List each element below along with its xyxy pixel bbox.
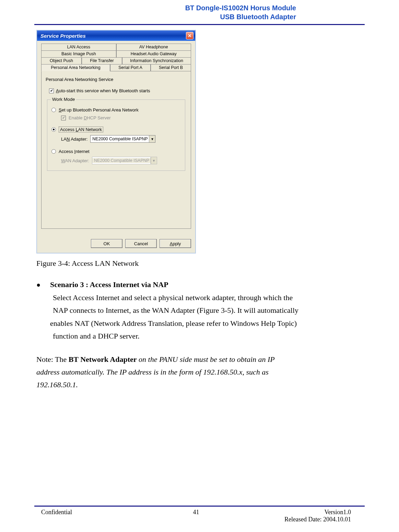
radio-access-lan-row: Access LAN Network xyxy=(51,127,181,132)
radio-setup-pan-row: Set up Bluetooth Personal Area Network xyxy=(51,107,181,113)
workmode-legend: Work Mode xyxy=(51,97,76,102)
wan-adapter-dropdown: NE2000 Compatible ISAPNP E ▼ xyxy=(92,157,157,164)
autostart-row: ✔ Auto-start this service when My Blueto… xyxy=(49,88,187,93)
footer-rule xyxy=(34,506,365,507)
scenario-line3: enables NAT (Network Address Translation… xyxy=(50,317,365,330)
tab-lan-access[interactable]: LAN Access xyxy=(41,44,116,50)
radio-access-internet[interactable] xyxy=(51,149,56,154)
dialog-titlebar: Service Properties ✕ xyxy=(37,31,195,41)
note-prefix: Note: The xyxy=(36,355,69,364)
radio-access-internet-label: Access Internet xyxy=(59,149,90,154)
scenario-block: ● Scenario 3 : Access Internet via NAP S… xyxy=(36,278,365,343)
radio-setup-pan[interactable] xyxy=(51,108,56,112)
wan-adapter-label: WAN Adapter: xyxy=(61,158,89,163)
tab-panel: Personal Area Networking Service ✔ Auto-… xyxy=(41,71,191,229)
lan-adapter-row: LAN Adapter: NE2000 Compatible ISAPNP E … xyxy=(61,135,181,143)
tab-personal-area-networking[interactable]: Personal Area Networking xyxy=(41,64,110,71)
lan-adapter-label: LAN Adapter: xyxy=(61,137,87,142)
page-footer: Confidential 41 Version1.0 Released Date… xyxy=(34,506,365,523)
tabs: LAN Access AV Headphone Basic Image Push… xyxy=(41,44,191,229)
note-block: Note: The BT Network Adapter on the PANU… xyxy=(36,353,365,391)
radio-access-internet-row: Access Internet xyxy=(51,149,181,154)
header-rule xyxy=(34,24,365,25)
tab-serial-port-b[interactable]: Serial Port B xyxy=(151,64,191,71)
scenario-line4: function and a DHCP server. xyxy=(53,330,365,342)
workmode-fieldset: Work Mode Set up Bluetooth Personal Area… xyxy=(47,99,185,171)
tab-info-sync[interactable]: Information Synchronization xyxy=(122,57,191,64)
scenario-line1: Select Access Internet and select a phys… xyxy=(53,291,365,304)
radio-setup-pan-label: Set up Bluetooth Personal Area Network xyxy=(59,107,139,113)
dhcp-checkbox: ✔ xyxy=(61,116,66,120)
tab-av-headphone[interactable]: AV Headphone xyxy=(116,44,191,50)
dialog-title: Service Properties xyxy=(40,33,86,39)
footer-right: Version1.0 Released Date: 2004.10.01 xyxy=(210,509,365,523)
figure-caption: Figure 3-4: Access LAN Network xyxy=(36,259,365,268)
dialog-buttons: OK Cancel Apply xyxy=(37,235,195,253)
tab-object-push[interactable]: Object Push xyxy=(41,57,82,64)
lan-adapter-dropdown[interactable]: NE2000 Compatible ISAPNP E ▼ xyxy=(90,135,155,143)
scenario-line2: NAP connects to Internet, as the WAN Ada… xyxy=(53,304,365,317)
tab-headset-audio-gateway[interactable]: Headset Audio Gateway xyxy=(116,50,191,57)
close-button[interactable]: ✕ xyxy=(186,32,193,39)
tab-basic-image-push[interactable]: Basic Image Push xyxy=(41,50,116,57)
chevron-down-icon: ▼ xyxy=(149,135,155,142)
wan-adapter-value: NE2000 Compatible ISAPNP E xyxy=(92,158,151,163)
bullet-icon: ● xyxy=(36,278,40,291)
note-italic1: on the PANU side must be set to obtain a… xyxy=(137,355,275,364)
dhcp-label: Enable DHCP Server xyxy=(69,115,111,120)
autostart-label: Auto-start this service when My Bluetoot… xyxy=(56,88,150,93)
chevron-down-icon: ▼ xyxy=(151,157,157,164)
footer-page-number: 41 xyxy=(183,509,210,523)
service-properties-dialog: Service Properties ✕ LAN Access AV Headp… xyxy=(36,30,196,253)
tab-file-transfer[interactable]: File Transfer xyxy=(82,57,122,64)
note-italic3: 192.168.50.1. xyxy=(36,378,365,391)
footer-version: Version1.0 xyxy=(210,509,351,516)
cancel-button[interactable]: Cancel xyxy=(125,239,157,248)
doc-header: BT Dongle-IS1002N Horus Module USB Bluet… xyxy=(34,3,365,21)
scenario-title: Scenario 3 : Access Internet via NAP xyxy=(50,278,168,291)
note-bold: BT Network Adapter xyxy=(69,355,137,364)
doc-header-line1: BT Dongle-IS1002N Horus Module xyxy=(34,3,296,12)
close-icon: ✕ xyxy=(188,33,192,38)
tab-serial-port-a[interactable]: Serial Port A xyxy=(110,64,151,71)
radio-access-lan-label: Access LAN Network xyxy=(59,127,103,132)
doc-header-line2: USB Bluetooth Adapter xyxy=(34,12,296,21)
service-title: Personal Area Networking Service xyxy=(46,77,187,82)
radio-access-lan[interactable] xyxy=(51,127,56,132)
footer-date: Released Date: 2004.10.01 xyxy=(210,516,351,523)
lan-adapter-value: NE2000 Compatible ISAPNP E xyxy=(91,137,149,141)
ok-button[interactable]: OK xyxy=(91,239,122,248)
apply-button[interactable]: Apply xyxy=(160,239,191,248)
wan-adapter-row: WAN Adapter: NE2000 Compatible ISAPNP E … xyxy=(61,157,181,164)
dhcp-row: ✔ Enable DHCP Server xyxy=(61,115,181,120)
note-italic2: address automatically. The IP address is… xyxy=(36,366,365,378)
footer-left: Confidential xyxy=(34,509,183,523)
autostart-checkbox[interactable]: ✔ xyxy=(49,88,54,93)
